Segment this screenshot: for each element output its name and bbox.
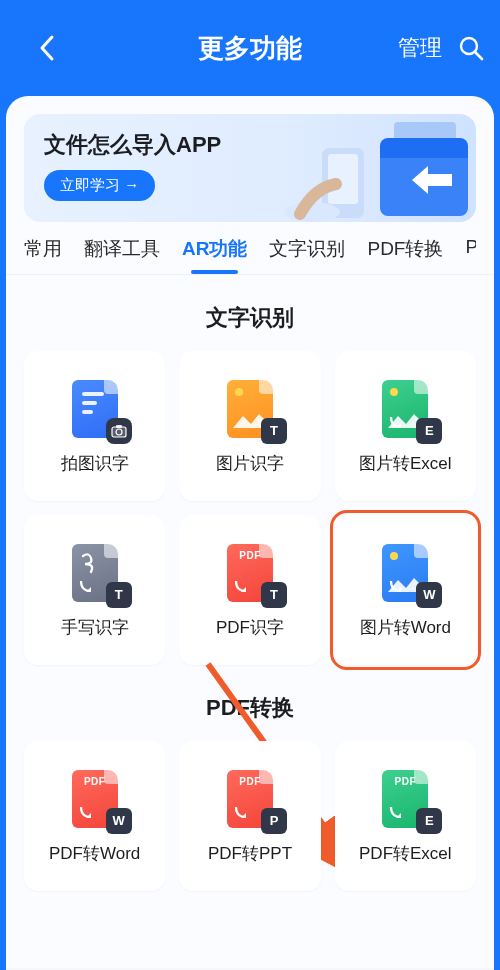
chevron-left-icon: [38, 34, 58, 62]
card-label: 拍图识字: [61, 452, 129, 475]
svg-rect-10: [116, 425, 122, 428]
card-label: 图片识字: [216, 452, 284, 475]
banner-button-label: 立即学习 →: [60, 176, 139, 195]
svg-line-1: [475, 52, 482, 59]
ocr-grid: 拍图识字 T 图片识字 E 图片转Excel: [6, 351, 494, 665]
card-label: PDF转Excel: [359, 842, 452, 865]
tab-more[interactable]: PI: [465, 236, 476, 274]
image-ocr[interactable]: T 图片识字: [179, 351, 320, 501]
document-camera-icon: [64, 378, 126, 440]
manage-button[interactable]: 管理: [398, 33, 442, 63]
back-button[interactable]: [24, 24, 72, 72]
tab-common[interactable]: 常用: [24, 236, 62, 274]
card-label: PDF转PPT: [208, 842, 292, 865]
pdf-text-icon: PDF T: [219, 542, 281, 604]
camera-ocr[interactable]: 拍图识字: [24, 351, 165, 501]
image-excel-icon: E: [374, 378, 436, 440]
pdf-word-icon: PDF W: [64, 768, 126, 830]
tab-translate[interactable]: 翻译工具: [84, 236, 160, 274]
image-to-word[interactable]: W 图片转Word: [335, 515, 476, 665]
pdf-to-ppt[interactable]: PDF P PDF转PPT: [179, 741, 320, 891]
main-panel: 文件怎么导入APP 立即学习 → 常用 翻译工具 AR功能 文字识别 PDF转换…: [6, 96, 494, 970]
card-label: PDF识字: [216, 616, 284, 639]
image-word-icon: W: [374, 542, 436, 604]
card-label: 图片转Word: [360, 616, 451, 639]
pdf-excel-icon: PDF E: [374, 768, 436, 830]
section-title-ocr: 文字识别: [6, 303, 494, 333]
pdf-ppt-icon: PDF P: [219, 768, 281, 830]
handwriting-icon: T: [64, 542, 126, 604]
top-bar: 更多功能 管理: [0, 0, 500, 96]
pdf-to-word[interactable]: PDF W PDF转Word: [24, 741, 165, 891]
tab-pdf[interactable]: PDF转换: [367, 236, 443, 274]
search-icon: [458, 35, 484, 61]
tab-ar[interactable]: AR功能: [182, 236, 247, 274]
section-title-pdf: PDF转换: [6, 693, 494, 723]
card-label: PDF转Word: [49, 842, 140, 865]
card-label: 图片转Excel: [359, 452, 452, 475]
import-banner[interactable]: 文件怎么导入APP 立即学习 →: [24, 114, 476, 222]
handwriting-ocr[interactable]: T 手写识字: [24, 515, 165, 665]
banner-learn-button[interactable]: 立即学习 →: [44, 170, 155, 201]
pdf-to-excel[interactable]: PDF E PDF转Excel: [335, 741, 476, 891]
folder-illustration-icon: [276, 114, 476, 222]
search-button[interactable]: [456, 33, 486, 63]
image-to-excel[interactable]: E 图片转Excel: [335, 351, 476, 501]
tab-ocr[interactable]: 文字识别: [269, 236, 345, 274]
card-label: 手写识字: [61, 616, 129, 639]
image-text-icon: T: [219, 378, 281, 440]
category-tabs: 常用 翻译工具 AR功能 文字识别 PDF转换 PI: [6, 222, 494, 275]
pdf-grid: PDF W PDF转Word PDF P PDF转PPT PDF: [6, 741, 494, 891]
header-actions: 管理: [398, 33, 486, 63]
pdf-ocr[interactable]: PDF T PDF识字: [179, 515, 320, 665]
